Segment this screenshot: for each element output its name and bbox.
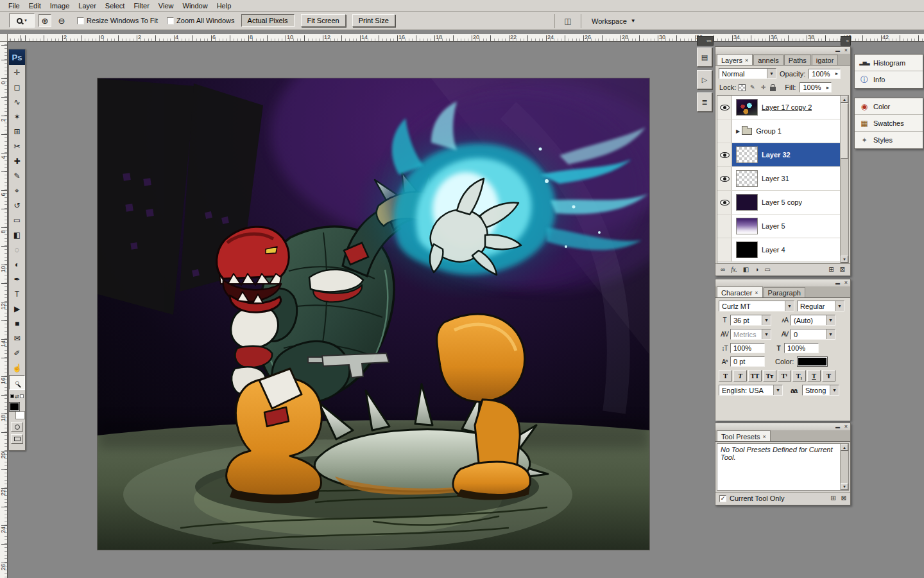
leading-select[interactable]: (Auto) ▼ <box>791 315 835 326</box>
menu-edit[interactable]: Edit <box>24 0 46 12</box>
text-style-button-7[interactable]: T <box>807 370 821 381</box>
dock-item-histogram[interactable]: ▂▅▃Histogram <box>855 55 923 71</box>
delete-preset-icon[interactable]: ⊠ <box>841 495 846 502</box>
eyedropper-tool[interactable]: ✐ <box>9 346 25 360</box>
character-tab-character[interactable]: Character× <box>717 286 763 297</box>
layer-thumbnail[interactable] <box>736 194 758 211</box>
slice-tool[interactable]: ✂ <box>9 139 25 153</box>
delete-layer-icon[interactable]: ⊠ <box>840 267 845 273</box>
slider-arrow-icon[interactable]: ► <box>823 85 830 90</box>
visibility-toggle[interactable] <box>717 167 732 190</box>
brush-tool[interactable]: ✎ <box>9 168 25 183</box>
dock-collapse-button[interactable]: « <box>841 36 851 46</box>
adjustment-layer-icon[interactable]: ◑ <box>755 267 758 273</box>
gradient-tool[interactable]: ◧ <box>9 227 25 242</box>
character-panel-titlebar[interactable]: ▬ × <box>715 279 850 286</box>
healing-brush-tool[interactable]: ✚ <box>9 153 25 168</box>
menu-layer[interactable]: Layer <box>74 0 101 12</box>
menu-select[interactable]: Select <box>101 0 130 12</box>
close-icon[interactable]: × <box>763 434 766 440</box>
layer-row[interactable]: Layer 5 <box>717 215 848 238</box>
tool-presets-titlebar[interactable]: ▬ × <box>715 423 850 430</box>
text-style-button-1[interactable]: T <box>719 370 732 381</box>
background-color-swatch[interactable] <box>15 411 25 419</box>
canvas-document[interactable] <box>98 78 649 550</box>
shape-tool[interactable]: ■ <box>9 316 25 331</box>
layer-row[interactable]: Layer 5 copy <box>717 191 848 215</box>
close-icon[interactable]: × <box>844 280 848 286</box>
dock-collapse-button[interactable]: «« <box>697 36 714 46</box>
lock-transparency-icon[interactable] <box>739 84 746 91</box>
minimize-icon[interactable]: ▬ <box>835 48 840 53</box>
dock-item-info[interactable]: ⓘInfo <box>855 71 923 88</box>
zoom-all-windows-checkbox[interactable]: Zoom All Windows <box>167 17 234 24</box>
tool-presets-list[interactable]: No Tool Presets Defined for Current Tool… <box>717 443 849 491</box>
visibility-toggle[interactable] <box>717 238 732 261</box>
lasso-tool[interactable]: ∿ <box>9 94 25 109</box>
visibility-toggle[interactable] <box>717 96 732 119</box>
foreground-color-swatch[interactable] <box>10 403 19 411</box>
layers-tab-igator[interactable]: igator <box>812 55 839 65</box>
close-icon[interactable]: × <box>844 424 848 430</box>
collapsed-palette-button-3[interactable]: ≣ <box>697 92 712 112</box>
menu-help[interactable]: Help <box>212 0 236 12</box>
layer-name[interactable]: Layer 5 copy <box>762 198 802 206</box>
layer-thumbnail[interactable] <box>736 241 758 258</box>
visibility-toggle[interactable] <box>717 119 732 143</box>
font-style-select[interactable]: Regular ▼ <box>797 301 844 311</box>
opacity-input[interactable]: 100% ► <box>809 69 841 79</box>
dodge-tool[interactable]: ◐ <box>9 257 25 272</box>
clone-stamp-tool[interactable]: ⌖ <box>9 183 25 198</box>
layers-scrollbar[interactable]: ▲ ▼ <box>840 96 848 263</box>
text-style-button-2[interactable]: T <box>733 370 747 381</box>
bridge-button[interactable]: ◫ <box>560 15 576 28</box>
scroll-down-icon[interactable]: ▼ <box>841 483 848 490</box>
layers-tab-paths[interactable]: Paths <box>784 55 811 65</box>
magic-wand-tool[interactable]: ✶ <box>9 109 25 124</box>
workspace-dropdown[interactable]: Workspace ▼ <box>586 15 641 28</box>
actual-pixels-button[interactable]: Actual Pixels <box>241 14 295 27</box>
layer-name[interactable]: Layer 4 <box>762 246 785 254</box>
tracking-select[interactable]: 0 ▼ <box>791 329 835 340</box>
menu-file[interactable]: File <box>4 0 24 12</box>
crop-tool[interactable]: ⊞ <box>9 124 25 139</box>
move-tool[interactable]: ✛ <box>9 65 25 80</box>
text-style-button-4[interactable]: Tᴛ <box>763 370 776 381</box>
layer-thumbnail[interactable] <box>736 146 758 163</box>
lock-pixels-icon[interactable]: ✎ <box>748 83 757 92</box>
dock-item-color[interactable]: ◉Color <box>855 98 923 115</box>
link-layers-icon[interactable]: ∞ <box>721 267 725 273</box>
current-tool-only-checkbox[interactable]: Current Tool Only <box>719 495 784 502</box>
visibility-toggle[interactable] <box>717 191 732 214</box>
horizontal-scale-input[interactable]: 100% <box>784 343 819 353</box>
layer-thumbnail[interactable] <box>736 99 758 116</box>
layer-name[interactable]: Layer 17 copy 2 <box>762 103 812 111</box>
zoom-in-button[interactable]: ⊕ <box>38 14 51 27</box>
scroll-up-icon[interactable]: ▲ <box>841 96 848 103</box>
layer-name[interactable]: Layer 31 <box>762 175 789 182</box>
blend-mode-select[interactable]: Normal ▼ <box>719 68 776 79</box>
vertical-ruler[interactable]: 02468101214161820222426 <box>0 42 8 578</box>
horizontal-ruler[interactable]: 2024681012141618202224262830323436384042 <box>8 34 924 42</box>
text-color-swatch[interactable] <box>798 357 827 366</box>
character-tab-paragraph[interactable]: Paragraph <box>764 287 805 297</box>
layer-name[interactable]: Group 1 <box>756 127 782 135</box>
blur-tool[interactable]: ◌ <box>9 242 25 257</box>
expand-triangle-icon[interactable]: ▶ <box>736 128 740 134</box>
layer-row[interactable]: Layer 32 <box>717 143 848 167</box>
visibility-toggle[interactable] <box>717 215 732 238</box>
zoom-tool[interactable]: ○ <box>9 375 25 390</box>
scroll-down-icon[interactable]: ▼ <box>841 256 848 263</box>
marquee-tool[interactable]: ◻ <box>9 80 25 94</box>
vertical-scale-input[interactable]: 100% <box>730 343 765 353</box>
minimize-icon[interactable]: ▬ <box>835 280 840 286</box>
layer-group-icon[interactable]: ▭ <box>764 267 770 273</box>
language-select[interactable]: English: USA ▼ <box>719 385 783 396</box>
presets-tab-tool-presets[interactable]: Tool Presets× <box>717 430 771 441</box>
hand-tool[interactable]: ☝ <box>9 360 25 375</box>
layer-row[interactable]: Layer 17 copy 2 <box>717 96 848 119</box>
fill-input[interactable]: 100% ► <box>800 82 832 92</box>
presets-scrollbar[interactable]: ▲ ▼ <box>840 444 848 490</box>
text-style-button-6[interactable]: T₁ <box>792 370 806 381</box>
kerning-select[interactable]: Metrics ▼ <box>730 329 771 340</box>
